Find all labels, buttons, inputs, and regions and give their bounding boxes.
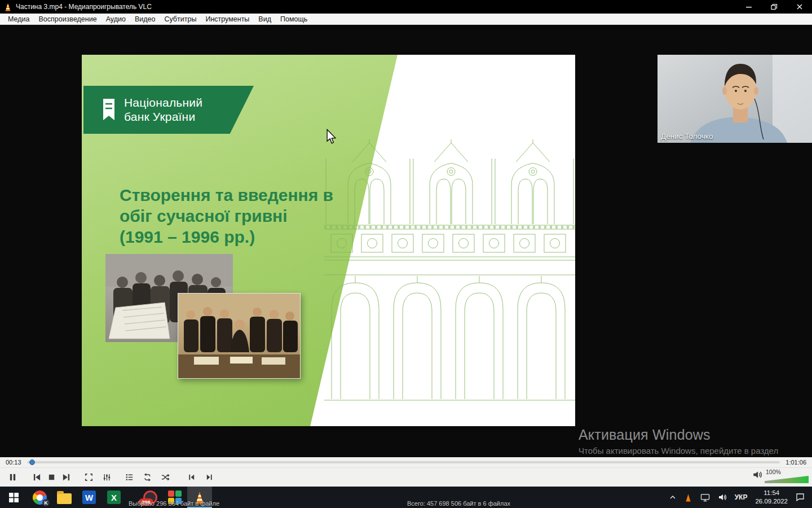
activation-line1: Чтобы активировать Windows, перейдите в …	[579, 445, 778, 457]
folder-icon	[57, 493, 72, 504]
nbu-logo-text: Національний банк України	[124, 96, 202, 124]
menu-view[interactable]: Вид	[254, 14, 276, 25]
mouse-cursor	[326, 129, 337, 144]
taskbar: K W X 296	[0, 487, 812, 508]
shuffle-icon	[161, 473, 170, 481]
display-icon	[700, 493, 710, 502]
tray-language[interactable]: УКР	[731, 487, 752, 508]
nbu-logo-banner: Національний банк України	[83, 86, 254, 134]
pause-button[interactable]	[3, 470, 21, 485]
menu-subtitles[interactable]: Субтитры	[160, 14, 201, 25]
historical-photo-sepia	[178, 293, 301, 379]
step-backward-icon	[187, 473, 196, 481]
elapsed-time: 00:13	[0, 459, 27, 466]
chevron-up-icon	[669, 494, 676, 501]
fullscreen-button[interactable]	[81, 470, 96, 485]
step-forward-icon	[205, 473, 214, 481]
menu-playback[interactable]: Воспроизведение	[34, 14, 101, 25]
extended-settings-button[interactable]	[99, 470, 114, 485]
restore-button[interactable]	[761, 0, 787, 14]
tray-action-center[interactable]	[792, 487, 809, 508]
minimize-icon	[745, 3, 752, 10]
taskbar-chrome[interactable]: K	[27, 487, 52, 508]
volume-slider[interactable]	[765, 476, 809, 483]
notification-icon	[796, 493, 805, 502]
chrome-profile-badge: K	[42, 499, 50, 506]
tray-date: 26.09.2022	[755, 497, 788, 506]
menu-help[interactable]: Помощь	[276, 14, 312, 25]
step-forward-button[interactable]	[202, 470, 217, 485]
tray-chevron[interactable]	[665, 487, 680, 508]
menu-video[interactable]: Видео	[130, 14, 160, 25]
windows-logo-icon	[9, 493, 19, 502]
status-total-bytes: Всего: 457 698 506 байт в 6 файлах	[407, 500, 510, 507]
seek-slider[interactable]	[27, 461, 780, 463]
volume-percent-label: 100%	[766, 468, 781, 475]
menu-audio[interactable]: Аудио	[102, 14, 130, 25]
nbu-logo-line1: Національний	[124, 96, 202, 110]
tray-time: 11:54	[764, 489, 779, 497]
playlist-button[interactable]	[122, 470, 136, 485]
step-backward-button[interactable]	[184, 470, 198, 485]
stop-button[interactable]	[44, 470, 59, 485]
excel-icon: X	[107, 491, 121, 504]
shuffle-button[interactable]	[158, 470, 173, 485]
nbu-logo-icon	[102, 97, 116, 123]
webcam-video	[657, 55, 812, 143]
start-button[interactable]	[0, 487, 27, 508]
activation-title: Активация Windows	[579, 427, 778, 443]
word-icon: W	[82, 491, 96, 504]
fullscreen-icon	[85, 473, 93, 481]
slide-title-line1: Створення та введення в	[120, 185, 333, 205]
volume-area: 100%	[752, 468, 809, 483]
building-facade-drawing	[324, 139, 575, 402]
player-controls: 100%	[0, 467, 812, 487]
window-title: Частина 3.mp4 - Медиапроигрыватель VLC	[16, 3, 152, 11]
seek-row: 00:13 1:01:06	[0, 457, 812, 467]
tray-vlc[interactable]	[680, 487, 696, 508]
restore-icon	[771, 3, 778, 10]
slide-title: Створення та введення в обіг сучасної гр…	[120, 185, 333, 248]
loop-button[interactable]	[140, 470, 155, 485]
speaker-icon[interactable]	[752, 470, 762, 480]
title-bar: Частина 3.mp4 - Медиапроигрыватель VLC	[0, 0, 812, 14]
close-button[interactable]	[787, 0, 812, 14]
tray-clock[interactable]: 11:54 26.09.2022	[751, 487, 792, 508]
equalizer-icon	[103, 473, 111, 481]
minimize-button[interactable]	[736, 0, 761, 14]
status-selected-bytes: Выбрано 296 364 байт в файле	[129, 500, 219, 507]
tray-volume[interactable]	[714, 487, 731, 508]
webcam-name-label: Денис Толочко	[661, 132, 713, 141]
slide-title-line3: (1991 – 1996 рр.)	[120, 226, 333, 247]
taskbar-word[interactable]: W	[77, 487, 102, 508]
stop-icon	[47, 473, 56, 481]
taskbar-file-explorer[interactable]	[52, 487, 77, 508]
total-time: 1:01:06	[780, 459, 812, 466]
vlc-window: Частина 3.mp4 - Медиапроигрыватель VLC М…	[0, 0, 812, 508]
playlist-icon	[125, 473, 134, 481]
webcam-overlay: Денис Толочко	[657, 55, 812, 143]
previous-button[interactable]	[29, 470, 44, 485]
presentation-slide: Національний банк України Створення та в…	[82, 55, 575, 426]
system-tray: УКР 11:54 26.09.2022	[665, 487, 812, 508]
tray-vlc-icon	[684, 493, 692, 502]
previous-icon	[33, 473, 41, 481]
close-icon	[796, 3, 803, 10]
tray-display[interactable]	[696, 487, 714, 508]
pause-icon	[8, 473, 17, 481]
taskbar-excel[interactable]: X	[102, 487, 126, 508]
seek-slider-handle[interactable]	[29, 459, 35, 465]
vlc-cone-icon	[3, 2, 12, 11]
tray-speaker-icon	[718, 493, 727, 502]
nbu-logo-line2: банк України	[124, 110, 202, 124]
window-controls	[736, 0, 812, 14]
menu-tools[interactable]: Инструменты	[201, 14, 254, 25]
menu-media[interactable]: Медиа	[3, 14, 34, 25]
slide-title-line2: обіг сучасної гривні	[120, 205, 333, 226]
next-button[interactable]	[59, 470, 73, 485]
menu-bar: Медиа Воспроизведение Аудио Видео Субтит…	[0, 14, 812, 25]
next-icon	[62, 473, 70, 481]
loop-icon	[143, 473, 152, 481]
